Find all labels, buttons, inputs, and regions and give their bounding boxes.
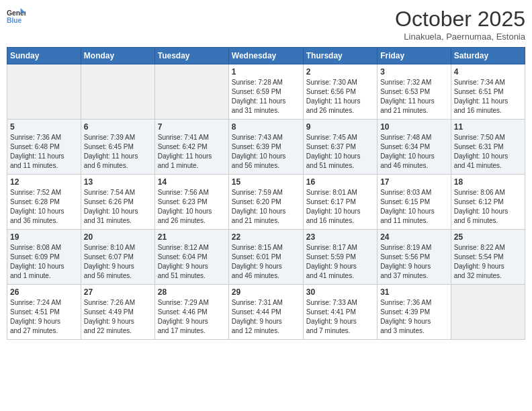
day-number: 31 xyxy=(380,287,448,297)
day-number: 29 xyxy=(232,287,300,297)
cell-4-5: 23Sunrise: 8:17 AM Sunset: 5:59 PM Dayli… xyxy=(303,230,377,285)
day-info: Sunrise: 7:56 AM Sunset: 6:23 PM Dayligh… xyxy=(158,188,226,226)
day-number: 9 xyxy=(306,122,374,132)
day-number: 14 xyxy=(158,177,226,187)
day-info: Sunrise: 8:10 AM Sunset: 6:07 PM Dayligh… xyxy=(84,243,152,281)
cell-2-5: 9Sunrise: 7:45 AM Sunset: 6:37 PM Daylig… xyxy=(303,120,377,175)
cell-2-4: 8Sunrise: 7:43 AM Sunset: 6:39 PM Daylig… xyxy=(228,120,303,175)
day-number: 2 xyxy=(306,67,374,77)
day-number: 15 xyxy=(232,177,300,187)
cal-row-1: 1Sunrise: 7:28 AM Sunset: 6:59 PM Daylig… xyxy=(7,64,525,120)
day-info: Sunrise: 7:50 AM Sunset: 6:31 PM Dayligh… xyxy=(454,133,522,171)
cell-5-3: 28Sunrise: 7:29 AM Sunset: 4:46 PM Dayli… xyxy=(154,285,228,340)
day-number: 25 xyxy=(454,232,522,242)
day-info: Sunrise: 7:36 AM Sunset: 4:39 PM Dayligh… xyxy=(380,298,448,336)
cell-5-2: 27Sunrise: 7:26 AM Sunset: 4:49 PM Dayli… xyxy=(81,285,154,340)
month-title: October 2025 xyxy=(395,7,525,32)
day-number: 5 xyxy=(10,122,78,132)
cell-1-5: 2Sunrise: 7:30 AM Sunset: 6:56 PM Daylig… xyxy=(303,64,377,120)
day-info: Sunrise: 7:31 AM Sunset: 4:44 PM Dayligh… xyxy=(232,298,300,336)
cell-4-4: 22Sunrise: 8:15 AM Sunset: 6:01 PM Dayli… xyxy=(228,230,303,285)
cell-5-5: 30Sunrise: 7:33 AM Sunset: 4:41 PM Dayli… xyxy=(303,285,377,340)
cell-4-6: 24Sunrise: 8:19 AM Sunset: 5:56 PM Dayli… xyxy=(378,230,451,285)
day-number: 13 xyxy=(84,177,152,187)
cell-2-3: 7Sunrise: 7:41 AM Sunset: 6:42 PM Daylig… xyxy=(154,120,228,175)
cell-1-7: 4Sunrise: 7:34 AM Sunset: 6:51 PM Daylig… xyxy=(451,64,525,120)
day-info: Sunrise: 8:17 AM Sunset: 5:59 PM Dayligh… xyxy=(306,243,374,281)
day-number: 18 xyxy=(454,177,522,187)
day-info: Sunrise: 7:28 AM Sunset: 6:59 PM Dayligh… xyxy=(232,78,300,116)
day-number: 3 xyxy=(380,67,448,77)
cell-1-3 xyxy=(154,64,228,120)
col-saturday: Saturday xyxy=(451,48,525,64)
day-number: 12 xyxy=(10,177,78,187)
logo: General Blue xyxy=(7,7,26,26)
day-number: 11 xyxy=(454,122,522,132)
location: Linakuela, Paernumaa, Estonia xyxy=(395,32,525,42)
day-info: Sunrise: 7:32 AM Sunset: 6:53 PM Dayligh… xyxy=(380,78,448,116)
day-info: Sunrise: 8:03 AM Sunset: 6:15 PM Dayligh… xyxy=(380,188,448,226)
day-info: Sunrise: 8:12 AM Sunset: 6:04 PM Dayligh… xyxy=(158,243,226,281)
day-number: 22 xyxy=(232,232,300,242)
cell-3-7: 18Sunrise: 8:06 AM Sunset: 6:12 PM Dayli… xyxy=(451,175,525,230)
day-number: 16 xyxy=(306,177,374,187)
cell-3-4: 15Sunrise: 7:59 AM Sunset: 6:20 PM Dayli… xyxy=(228,175,303,230)
day-number: 4 xyxy=(454,67,522,77)
day-number: 17 xyxy=(380,177,448,187)
logo-icon: General Blue xyxy=(7,7,26,26)
calendar-page: General Blue October 2025 Linakuela, Pae… xyxy=(0,0,532,411)
cal-row-3: 12Sunrise: 7:52 AM Sunset: 6:28 PM Dayli… xyxy=(7,175,525,230)
cell-2-7: 11Sunrise: 7:50 AM Sunset: 6:31 PM Dayli… xyxy=(451,120,525,175)
day-info: Sunrise: 7:52 AM Sunset: 6:28 PM Dayligh… xyxy=(10,188,78,226)
day-number: 24 xyxy=(380,232,448,242)
day-info: Sunrise: 7:45 AM Sunset: 6:37 PM Dayligh… xyxy=(306,133,374,171)
day-number: 1 xyxy=(232,67,300,77)
day-info: Sunrise: 8:22 AM Sunset: 5:54 PM Dayligh… xyxy=(454,243,522,281)
col-wednesday: Wednesday xyxy=(228,48,303,64)
col-thursday: Thursday xyxy=(303,48,377,64)
col-monday: Monday xyxy=(81,48,154,64)
day-info: Sunrise: 7:33 AM Sunset: 4:41 PM Dayligh… xyxy=(306,298,374,336)
cell-2-1: 5Sunrise: 7:36 AM Sunset: 6:48 PM Daylig… xyxy=(7,120,81,175)
cell-1-2 xyxy=(81,64,154,120)
cell-5-7 xyxy=(451,285,525,340)
day-number: 20 xyxy=(84,232,152,242)
cell-4-1: 19Sunrise: 8:08 AM Sunset: 6:09 PM Dayli… xyxy=(7,230,81,285)
cell-1-4: 1Sunrise: 7:28 AM Sunset: 6:59 PM Daylig… xyxy=(228,64,303,120)
cell-4-3: 21Sunrise: 8:12 AM Sunset: 6:04 PM Dayli… xyxy=(154,230,228,285)
cell-3-5: 16Sunrise: 8:01 AM Sunset: 6:17 PM Dayli… xyxy=(303,175,377,230)
day-info: Sunrise: 7:48 AM Sunset: 6:34 PM Dayligh… xyxy=(380,133,448,171)
day-number: 7 xyxy=(158,122,226,132)
day-number: 21 xyxy=(158,232,226,242)
day-info: Sunrise: 8:19 AM Sunset: 5:56 PM Dayligh… xyxy=(380,243,448,281)
cal-row-4: 19Sunrise: 8:08 AM Sunset: 6:09 PM Dayli… xyxy=(7,230,525,285)
day-info: Sunrise: 7:29 AM Sunset: 4:46 PM Dayligh… xyxy=(158,298,226,336)
cell-1-6: 3Sunrise: 7:32 AM Sunset: 6:53 PM Daylig… xyxy=(378,64,451,120)
day-number: 30 xyxy=(306,287,374,297)
day-info: Sunrise: 7:30 AM Sunset: 6:56 PM Dayligh… xyxy=(306,78,374,116)
day-info: Sunrise: 7:24 AM Sunset: 4:51 PM Dayligh… xyxy=(10,298,78,336)
day-info: Sunrise: 7:34 AM Sunset: 6:51 PM Dayligh… xyxy=(454,78,522,116)
day-info: Sunrise: 8:15 AM Sunset: 6:01 PM Dayligh… xyxy=(232,243,300,281)
cal-row-5: 26Sunrise: 7:24 AM Sunset: 4:51 PM Dayli… xyxy=(7,285,525,340)
day-info: Sunrise: 7:26 AM Sunset: 4:49 PM Dayligh… xyxy=(84,298,152,336)
cell-4-2: 20Sunrise: 8:10 AM Sunset: 6:07 PM Dayli… xyxy=(81,230,154,285)
cell-2-2: 6Sunrise: 7:39 AM Sunset: 6:45 PM Daylig… xyxy=(81,120,154,175)
day-info: Sunrise: 7:39 AM Sunset: 6:45 PM Dayligh… xyxy=(84,133,152,171)
day-number: 10 xyxy=(380,122,448,132)
header: General Blue October 2025 Linakuela, Pae… xyxy=(7,7,525,42)
day-info: Sunrise: 8:06 AM Sunset: 6:12 PM Dayligh… xyxy=(454,188,522,226)
cell-5-1: 26Sunrise: 7:24 AM Sunset: 4:51 PM Dayli… xyxy=(7,285,81,340)
cal-row-2: 5Sunrise: 7:36 AM Sunset: 6:48 PM Daylig… xyxy=(7,120,525,175)
cell-5-6: 31Sunrise: 7:36 AM Sunset: 4:39 PM Dayli… xyxy=(378,285,451,340)
day-info: Sunrise: 8:08 AM Sunset: 6:09 PM Dayligh… xyxy=(10,243,78,281)
day-number: 19 xyxy=(10,232,78,242)
day-number: 27 xyxy=(84,287,152,297)
day-info: Sunrise: 7:36 AM Sunset: 6:48 PM Dayligh… xyxy=(10,133,78,171)
cell-4-7: 25Sunrise: 8:22 AM Sunset: 5:54 PM Dayli… xyxy=(451,230,525,285)
day-info: Sunrise: 8:01 AM Sunset: 6:17 PM Dayligh… xyxy=(306,188,374,226)
col-tuesday: Tuesday xyxy=(154,48,228,64)
cell-3-1: 12Sunrise: 7:52 AM Sunset: 6:28 PM Dayli… xyxy=(7,175,81,230)
cell-1-1 xyxy=(7,64,81,120)
day-info: Sunrise: 7:43 AM Sunset: 6:39 PM Dayligh… xyxy=(232,133,300,171)
